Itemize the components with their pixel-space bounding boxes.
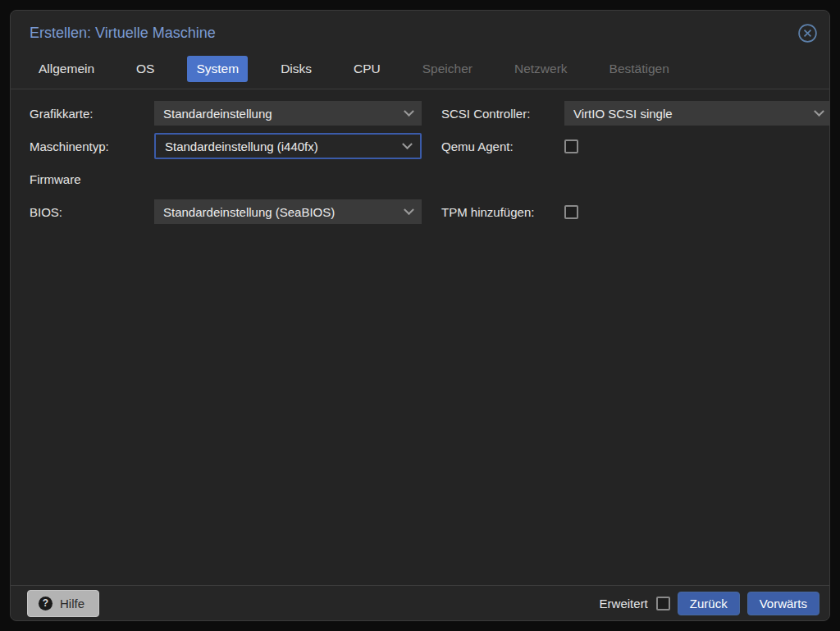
- close-icon[interactable]: [797, 23, 818, 44]
- dialog-title: Erstellen: Virtuelle Maschine: [30, 18, 216, 42]
- chevron-down-icon: [404, 204, 414, 215]
- back-button-label: Zurück: [690, 597, 728, 610]
- scsi-controller-select[interactable]: VirtIO SCSI single: [564, 101, 830, 126]
- scsi-controller-value: VirtIO SCSI single: [573, 107, 809, 121]
- help-button[interactable]: ? Hilfe: [27, 590, 99, 617]
- qemu-agent-label: Qemu Agent:: [441, 139, 564, 153]
- system-tab-panel: Grafikkarte: Standardeinstellung SCSI Co…: [11, 89, 829, 586]
- bios-value: Standardeinstellung (SeaBIOS): [163, 205, 399, 219]
- qemu-agent-checkbox[interactable]: [564, 139, 578, 153]
- chevron-down-icon: [404, 106, 414, 117]
- create-vm-dialog: Erstellen: Virtuelle Maschine Allgemein …: [10, 10, 830, 621]
- tab-os[interactable]: OS: [127, 56, 163, 82]
- tab-bestaetigen: Bestätigen: [600, 56, 678, 82]
- back-button[interactable]: Zurück: [678, 592, 740, 615]
- tpm-label: TPM hinzufügen:: [441, 205, 564, 219]
- tab-netzwerk: Netzwerk: [505, 56, 577, 82]
- graphics-card-value: Standardeinstellung: [163, 107, 399, 121]
- machine-type-label: Maschinentyp:: [30, 139, 154, 153]
- tab-cpu[interactable]: CPU: [345, 56, 390, 82]
- bios-select[interactable]: Standardeinstellung (SeaBIOS): [154, 199, 422, 224]
- dialog-footer: ? Hilfe Erweitert Zurück Vorwärts: [11, 586, 829, 620]
- machine-type-value: Standardeinstellung (i440fx): [165, 139, 397, 153]
- tab-disks[interactable]: Disks: [272, 56, 321, 82]
- machine-type-select[interactable]: Standardeinstellung (i440fx): [154, 133, 422, 159]
- advanced-checkbox[interactable]: [656, 597, 670, 610]
- chevron-down-icon: [402, 139, 413, 149]
- graphics-card-label: Grafikkarte:: [30, 107, 154, 121]
- wizard-tabbar: Allgemein OS System Disks CPU Speicher N…: [11, 49, 829, 89]
- dialog-titlebar: Erstellen: Virtuelle Maschine: [11, 11, 829, 49]
- graphics-card-select[interactable]: Standardeinstellung: [154, 101, 422, 126]
- tab-system[interactable]: System: [187, 56, 248, 82]
- next-button[interactable]: Vorwärts: [747, 592, 819, 615]
- advanced-label: Erweitert: [600, 597, 648, 610]
- chevron-down-icon: [814, 106, 824, 117]
- help-button-label: Hilfe: [60, 597, 84, 610]
- tab-allgemein[interactable]: Allgemein: [30, 56, 103, 82]
- scsi-controller-label: SCSI Controller:: [441, 107, 564, 121]
- tab-speicher: Speicher: [413, 56, 482, 82]
- firmware-section-label: Firmware: [30, 172, 154, 186]
- bios-label: BIOS:: [30, 205, 154, 219]
- tpm-checkbox[interactable]: [564, 205, 578, 219]
- question-mark-icon: ?: [39, 597, 52, 610]
- next-button-label: Vorwärts: [760, 597, 807, 610]
